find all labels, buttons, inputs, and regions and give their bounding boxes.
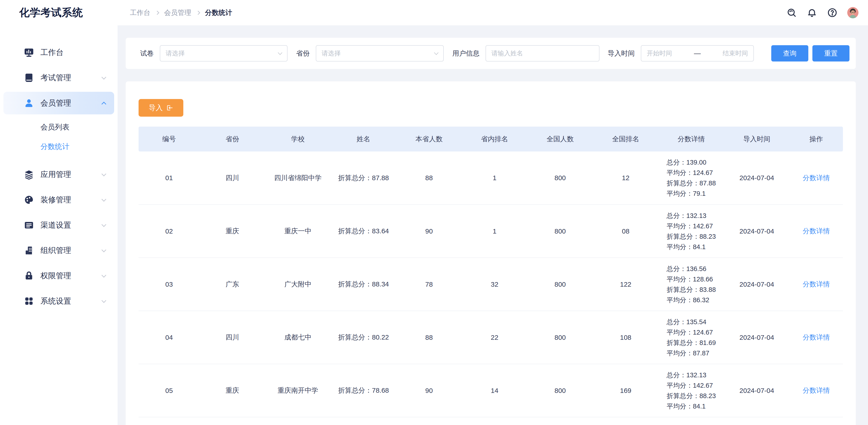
cell-province-rank: 14 xyxy=(462,364,527,417)
sidebar-item-member-management[interactable]: 会员管理 xyxy=(3,92,114,114)
breadcrumb-item-workbench[interactable]: 工作台 xyxy=(130,8,150,18)
sidebar-item-workbench[interactable]: 工作台 xyxy=(3,41,114,64)
topbar: 化学考试系统 工作台 会员管理 分数统计 xyxy=(0,0,868,25)
cell-action xyxy=(789,417,843,425)
building-icon xyxy=(24,245,34,256)
cell-school: 重庆南开中学 xyxy=(265,364,331,417)
sidebar-item-exam-management[interactable]: 考试管理 xyxy=(3,66,114,89)
reset-button[interactable]: 重置 xyxy=(812,45,849,61)
query-button[interactable]: 查询 xyxy=(771,45,808,61)
cell-score-detail: 总分：135.54平均分：124.67折算总分：81.69平均分：87.87 xyxy=(658,311,724,364)
score-detail-lines: 总分：135.54平均分：124.67折算总分：81.69平均分：87.87 xyxy=(666,317,716,358)
cell-school: 广大附中 xyxy=(265,258,331,311)
chevron-down-icon xyxy=(101,247,106,252)
score-detail-link[interactable]: 分数详情 xyxy=(803,174,830,182)
cell-score-detail: 总分：132.13平均分：142.67折算总分：88.23平均分：84.1 xyxy=(658,205,724,258)
score-detail-link[interactable]: 分数详情 xyxy=(803,280,830,288)
cell-id xyxy=(138,417,199,425)
table-row: 05 重庆 重庆南开中学 折算总分：78.68 90 14 800 169 总分… xyxy=(138,364,843,417)
avatar[interactable] xyxy=(847,7,859,18)
paper-filter-label: 试卷 xyxy=(140,49,154,58)
score-detail-lines: 总分：136.56平均分：128.66折算总分：83.88平均分：86.32 xyxy=(666,264,716,305)
date-range-input[interactable]: 开始时间 — 结束时间 xyxy=(641,45,754,61)
table-row: 01 四川 四川省绵阳中学 折算总分：87.88 88 1 800 12 总分：… xyxy=(138,151,843,205)
chevron-down-icon xyxy=(101,197,106,202)
table-row: 03 广东 广大附中 折算总分：88.34 78 32 800 122 总分：1… xyxy=(138,258,843,311)
sidebar-item-channel-settings[interactable]: 渠道设置 xyxy=(3,214,114,237)
score-detail-link[interactable]: 分数详情 xyxy=(803,333,830,341)
sidebar-item-permission-management[interactable]: 权限管理 xyxy=(3,265,114,287)
cell-province xyxy=(199,417,265,425)
chevron-down-icon xyxy=(101,171,106,176)
cell-province-count: 78 xyxy=(396,258,462,311)
chevron-down-icon xyxy=(101,74,106,79)
chevron-down-icon xyxy=(434,51,438,55)
import-button[interactable]: 导入 xyxy=(138,99,183,117)
table-row: 02 重庆 重庆一中 折算总分：83.64 90 1 800 08 总分：132… xyxy=(138,205,843,258)
cell-national-count xyxy=(527,417,593,425)
cell-id: 05 xyxy=(138,364,199,417)
search-icon[interactable] xyxy=(786,7,797,18)
topbar-actions xyxy=(786,0,859,25)
cell-province: 重庆 xyxy=(199,205,265,258)
bell-icon[interactable] xyxy=(807,7,817,18)
user-input-placeholder: 请输入姓名 xyxy=(491,49,523,58)
help-icon[interactable] xyxy=(827,7,838,18)
sidebar-item-decoration-management[interactable]: 装修管理 xyxy=(3,188,114,211)
cell-province-rank xyxy=(462,417,527,425)
col-import-time: 导入时间 xyxy=(724,127,789,151)
cell-action: 分数详情 xyxy=(789,258,843,311)
province-select-placeholder: 请选择 xyxy=(322,49,341,58)
score-detail-lines: 总分：132.13平均分：142.67折算总分：88.23平均分：84.1 xyxy=(666,210,716,252)
col-national-rank: 全国排名 xyxy=(593,127,658,151)
cell-score-detail: 总分：132.13平均分：142.67折算总分：88.23平均分：84.1 xyxy=(658,364,724,417)
app-title: 化学考试系统 xyxy=(19,0,83,25)
cell-province-count: 90 xyxy=(396,205,462,258)
score-detail-link[interactable]: 分数详情 xyxy=(803,227,830,235)
sidebar-item-system-settings[interactable]: 系统设置 xyxy=(3,290,114,312)
cell-id: 01 xyxy=(138,151,199,205)
table-header: 编号 省份 学校 姓名 本省人数 省内排名 全国人数 全国排名 分数详情 导入时… xyxy=(138,127,843,151)
sidebar-subitem-label: 分数统计 xyxy=(40,142,69,152)
table-body: 01 四川 四川省绵阳中学 折算总分：87.88 88 1 800 12 总分：… xyxy=(138,151,843,425)
cell-national-rank: 169 xyxy=(593,364,658,417)
user-name-input[interactable]: 请输入姓名 xyxy=(486,45,599,61)
import-button-label: 导入 xyxy=(149,103,163,113)
chevron-down-icon xyxy=(101,273,106,277)
cell-action: 分数详情 xyxy=(789,364,843,417)
col-national-count: 全国人数 xyxy=(527,127,593,151)
cell-import-time: 2024-07-04 xyxy=(724,205,789,258)
palette-icon xyxy=(24,195,34,205)
main-content: 试卷 请选择 省份 请选择 用户信息 请输入姓名 导入时间 开始时间 — 结束时… xyxy=(118,25,868,425)
cell-import-time: 2024-07-04 xyxy=(724,151,789,205)
cell-import-time: 2024-07-04 xyxy=(724,311,789,364)
cell-id: 03 xyxy=(138,258,199,311)
cell-province: 重庆 xyxy=(199,364,265,417)
col-school: 学校 xyxy=(265,127,331,151)
sidebar-item-app-management[interactable]: 应用管理 xyxy=(3,163,114,186)
cell-action: 分数详情 xyxy=(789,205,843,258)
sidebar-item-organization-management[interactable]: 组织管理 xyxy=(3,239,114,262)
score-detail-link[interactable]: 分数详情 xyxy=(803,387,830,394)
end-time-placeholder: 结束时间 xyxy=(723,49,748,58)
sidebar-item-score-statistics[interactable]: 分数统计 xyxy=(3,137,114,156)
dashboard-icon xyxy=(24,47,34,58)
breadcrumb: 工作台 会员管理 分数统计 xyxy=(130,0,232,25)
import-time-filter-label: 导入时间 xyxy=(608,49,635,58)
sidebar-nav: 工作台 考试管理 会员管理 会员列表 分数统计 xyxy=(3,41,114,312)
cell-national-count: 800 xyxy=(527,311,593,364)
sidebar-item-label: 考试管理 xyxy=(40,72,71,83)
filter-bar: 试卷 请选择 省份 请选择 用户信息 请输入姓名 导入时间 开始时间 — 结束时… xyxy=(126,38,856,69)
cell-name: 折算总分：83.64 xyxy=(331,205,396,258)
paper-select[interactable]: 请选择 xyxy=(160,45,287,61)
cell-national-rank: 108 xyxy=(593,311,658,364)
cell-province-count: 88 xyxy=(396,151,462,205)
sidebar-item-label: 工作台 xyxy=(40,47,64,58)
breadcrumb-item-members[interactable]: 会员管理 xyxy=(164,8,191,18)
table-row: 总分：139.00 xyxy=(138,417,843,425)
province-select[interactable]: 请选择 xyxy=(316,45,444,61)
col-name: 姓名 xyxy=(331,127,396,151)
sidebar-item-member-list[interactable]: 会员列表 xyxy=(3,118,114,137)
cell-province-rank: 32 xyxy=(462,258,527,311)
cell-id: 02 xyxy=(138,205,199,258)
